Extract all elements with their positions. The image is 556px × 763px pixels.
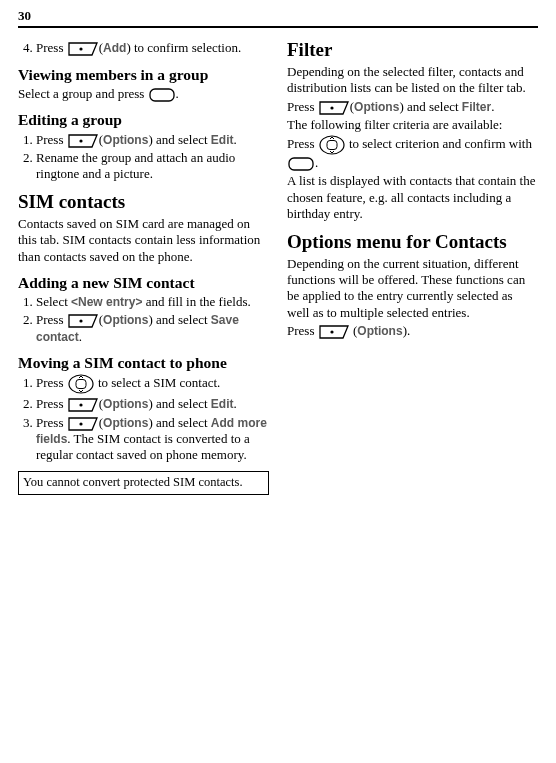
svg-point-12 bbox=[330, 330, 333, 333]
svg-point-9 bbox=[320, 136, 344, 154]
list-item: Rename the group and attach an audio rin… bbox=[36, 150, 269, 183]
text: Select bbox=[36, 294, 71, 309]
menu-label: <New entry> bbox=[71, 295, 142, 309]
nav-updown-icon bbox=[68, 374, 94, 394]
text: Press bbox=[287, 323, 318, 338]
list-item: Press (Options) and select Save contact. bbox=[36, 312, 269, 345]
softkey-dot-icon bbox=[68, 314, 98, 328]
rounded-key-icon bbox=[288, 157, 314, 171]
column-right: Filter Depending on the selected filter,… bbox=[287, 38, 538, 495]
text: Press bbox=[36, 312, 67, 327]
note-box: You cannot convert protected SIM contact… bbox=[18, 471, 269, 495]
option-label: Add bbox=[103, 41, 126, 55]
paragraph: Press (Options). bbox=[287, 323, 538, 339]
text: . bbox=[79, 329, 82, 344]
select-label: Filter bbox=[462, 100, 491, 114]
text: Select a group and press bbox=[18, 86, 148, 101]
movesim-list: Press to select a SIM contact. Press (Op… bbox=[18, 374, 269, 463]
softkey-dot-icon bbox=[319, 101, 349, 115]
text: Rename the group and attach an audio rin… bbox=[36, 150, 235, 181]
paragraph: A list is displayed with contacts that c… bbox=[287, 173, 538, 222]
softkey-dot-icon bbox=[319, 325, 349, 339]
text: Press bbox=[36, 375, 67, 390]
text: . bbox=[176, 86, 179, 101]
columns: Press (Add) to confirm selection. Viewin… bbox=[18, 38, 538, 495]
select-label: Edit bbox=[211, 133, 234, 147]
svg-point-8 bbox=[330, 106, 333, 109]
softkey-dot-icon bbox=[68, 417, 98, 431]
text: . bbox=[234, 396, 237, 411]
heading-add-sim: Adding a new SIM contact bbox=[18, 273, 269, 292]
svg-rect-5 bbox=[76, 380, 86, 389]
text: ) to confirm selection. bbox=[126, 40, 241, 55]
text: Press bbox=[287, 136, 318, 151]
column-left: Press (Add) to confirm selection. Viewin… bbox=[18, 38, 269, 495]
text: Press bbox=[36, 396, 67, 411]
softkey-dot-icon bbox=[68, 42, 98, 56]
text: ) and select bbox=[148, 312, 210, 327]
continue-list: Press (Add) to confirm selection. bbox=[18, 40, 269, 56]
heading-filter: Filter bbox=[287, 38, 538, 62]
softkey-dot-icon bbox=[68, 134, 98, 148]
note-text: You cannot convert protected SIM contact… bbox=[23, 475, 243, 489]
heading-sim-contacts: SIM contacts bbox=[18, 190, 269, 214]
svg-point-7 bbox=[79, 422, 82, 425]
text: Press bbox=[36, 132, 67, 147]
top-divider bbox=[18, 26, 538, 28]
list-item: Press to select a SIM contact. bbox=[36, 374, 269, 394]
heading-editing-group: Editing a group bbox=[18, 110, 269, 129]
text: ) and select bbox=[148, 396, 210, 411]
softkey-dot-icon bbox=[68, 398, 98, 412]
paragraph: The following filter criteria are availa… bbox=[287, 117, 538, 133]
option-label: Options bbox=[103, 133, 148, 147]
paragraph: Press to select criterion and confirm wi… bbox=[287, 135, 538, 171]
svg-point-6 bbox=[79, 404, 82, 407]
svg-rect-1 bbox=[150, 89, 174, 101]
page: 30 Press (Add) to confirm selection. Vie… bbox=[0, 0, 556, 513]
heading-viewing-members: Viewing members in a group bbox=[18, 65, 269, 84]
rounded-key-icon bbox=[149, 88, 175, 102]
heading-move-sim: Moving a SIM contact to phone bbox=[18, 353, 269, 372]
paragraph: Contacts saved on SIM card are managed o… bbox=[18, 216, 269, 265]
editing-list: Press (Options) and select Edit. Rename … bbox=[18, 132, 269, 183]
text: . bbox=[315, 155, 318, 170]
text: ). bbox=[403, 323, 411, 338]
svg-point-0 bbox=[79, 48, 82, 51]
svg-rect-11 bbox=[289, 158, 313, 170]
page-number: 30 bbox=[18, 8, 538, 24]
text: to select a SIM contact. bbox=[98, 375, 220, 390]
svg-rect-10 bbox=[327, 141, 337, 150]
heading-options-menu: Options menu for Contacts bbox=[287, 230, 538, 254]
option-label: Options bbox=[354, 100, 399, 114]
option-label: Options bbox=[103, 416, 148, 430]
list-item: Press (Add) to confirm selection. bbox=[36, 40, 269, 56]
list-item: Press (Options) and select Add more fiel… bbox=[36, 415, 269, 464]
svg-point-2 bbox=[79, 139, 82, 142]
paragraph: Press (Options) and select Filter. bbox=[287, 99, 538, 115]
text: ) and select bbox=[399, 99, 461, 114]
text: Press bbox=[36, 415, 67, 430]
svg-point-4 bbox=[69, 375, 93, 393]
text: and fill in the fields. bbox=[142, 294, 250, 309]
option-label: Options bbox=[103, 313, 148, 327]
text: . bbox=[234, 132, 237, 147]
option-label: Options bbox=[103, 397, 148, 411]
text: ) and select bbox=[148, 132, 210, 147]
text: Press bbox=[287, 99, 318, 114]
paragraph: Depending on the selected filter, contac… bbox=[287, 64, 538, 97]
text: ) and select bbox=[148, 415, 210, 430]
text: . bbox=[491, 99, 494, 114]
svg-point-3 bbox=[79, 320, 82, 323]
select-label: Edit bbox=[211, 397, 234, 411]
list-item: Select <New entry> and fill in the field… bbox=[36, 294, 269, 310]
text: to select criterion and confirm with bbox=[349, 136, 532, 151]
text: Press bbox=[36, 40, 67, 55]
nav-updown-icon bbox=[319, 135, 345, 155]
list-item: Press (Options) and select Edit. bbox=[36, 132, 269, 148]
text: . The SIM contact is converted to a regu… bbox=[36, 431, 250, 462]
paragraph: Select a group and press . bbox=[18, 86, 269, 102]
paragraph: Depending on the current situation, diff… bbox=[287, 256, 538, 321]
addsim-list: Select <New entry> and fill in the field… bbox=[18, 294, 269, 345]
list-item: Press (Options) and select Edit. bbox=[36, 396, 269, 412]
option-label: Options bbox=[357, 324, 402, 338]
